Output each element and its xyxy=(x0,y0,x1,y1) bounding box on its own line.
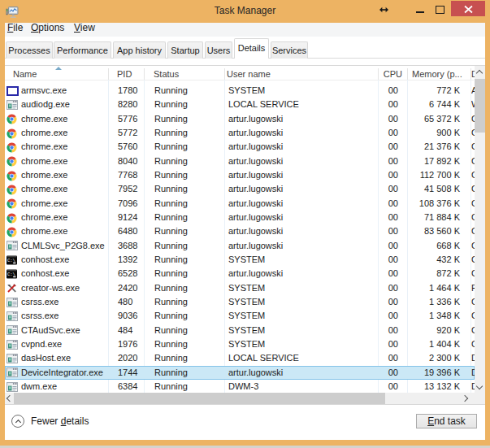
svg-text:C:\: C:\ xyxy=(7,271,15,276)
svg-text:C:\: C:\ xyxy=(7,257,15,263)
